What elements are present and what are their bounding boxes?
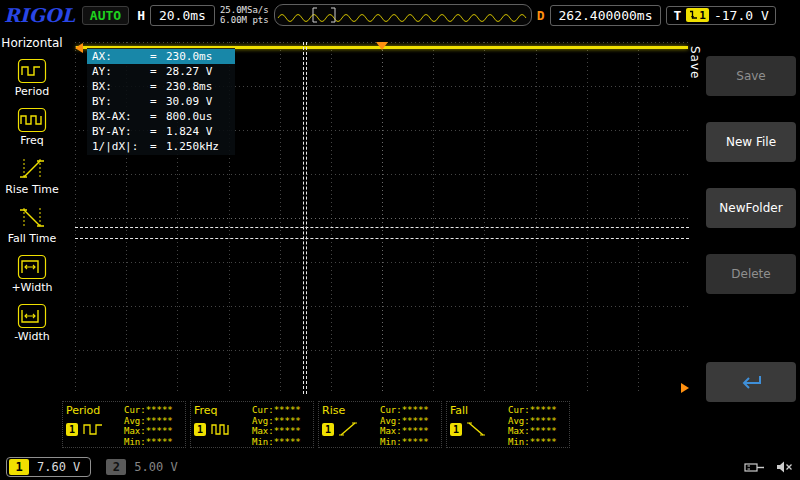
sidebar-item-label: Rise Time <box>5 183 59 196</box>
stat-cur: Cur:***** <box>252 405 301 416</box>
fall-time-icon <box>17 205 47 231</box>
equals-sign: = <box>150 80 166 93</box>
stat-min: Min:***** <box>124 437 173 448</box>
measurement-stats: Cur:***** Avg:***** Max:***** Min:***** <box>380 404 429 445</box>
period-icon <box>82 421 104 437</box>
sidebar-item-plus-width[interactable]: +Width <box>0 254 64 294</box>
trigger-source-number: 1 <box>699 9 706 22</box>
return-arrow-icon <box>738 373 764 391</box>
cursor-value: 1.250kHz <box>166 140 230 153</box>
measurement-name: Rise <box>322 404 380 417</box>
cursor-label: 1/|dX|: <box>92 140 150 153</box>
acquisition-info: 25.0MSa/s 6.00M pts <box>220 5 269 25</box>
equals-sign: = <box>150 50 166 63</box>
cursor-ax-line[interactable] <box>303 42 304 394</box>
cursor-label: AY: <box>92 65 150 78</box>
trigger-label: T <box>673 8 681 23</box>
measurement-panel-fall[interactable]: Fall 1 Cur:***** Avg:***** Max:***** Min… <box>446 401 570 448</box>
measurement-panel-period[interactable]: Period 1 Cur:***** Avg:***** Max:***** M… <box>62 401 186 448</box>
cursor-bx-line[interactable] <box>306 42 307 394</box>
cursor-row-ay: AY: = 28.27 V <box>87 64 235 79</box>
measurement-stats: Cur:***** Avg:***** Max:***** Min:***** <box>252 404 301 445</box>
sidebar-item-period[interactable]: Period <box>0 58 64 98</box>
stat-avg: Avg:***** <box>508 416 557 427</box>
period-icon <box>17 58 47 84</box>
preview-waveform-path <box>278 15 526 22</box>
cursor-label: BX: <box>92 80 150 93</box>
sidebar-item-minus-width[interactable]: -Width <box>0 303 64 343</box>
status-icons <box>744 460 794 474</box>
stat-min: Min:***** <box>508 437 557 448</box>
equals-sign: = <box>150 65 166 78</box>
sidebar-item-label: Freq <box>20 134 44 147</box>
cursor-row-by-ay: BY-AY: = 1.824 V <box>87 124 235 139</box>
trigger-level-value: -17.0 V <box>714 8 769 23</box>
channel-badge: 1 <box>450 423 462 436</box>
rise-icon <box>338 421 360 437</box>
cursor-label: BY-AY: <box>92 125 150 138</box>
waveform-preview[interactable] <box>274 4 532 26</box>
stat-max: Max:***** <box>124 426 173 437</box>
beeper-off-icon <box>776 460 794 474</box>
measurement-name: Fall <box>450 404 508 417</box>
cursor-value: 30.09 V <box>166 95 230 108</box>
delete-button[interactable]: Delete <box>706 254 796 294</box>
menu-title: Save <box>688 46 702 79</box>
cursor-ay-line[interactable] <box>75 238 689 239</box>
channel-badge: 1 <box>66 423 78 436</box>
cursor-label: AX: <box>92 50 150 63</box>
offscreen-marker-top-left <box>75 43 83 53</box>
cursor-by-line[interactable] <box>75 227 689 228</box>
new-file-button[interactable]: New File <box>706 122 796 162</box>
channel-2-status[interactable]: 2 5.00 V <box>103 457 188 477</box>
measurement-stats: Cur:***** Avg:***** Max:***** Min:***** <box>124 404 173 445</box>
stat-avg: Avg:***** <box>380 416 429 427</box>
stat-avg: Avg:***** <box>124 416 173 427</box>
sidebar-item-fall-time[interactable]: Fall Time <box>0 205 64 245</box>
trigger-source-badge: 1 <box>686 8 709 22</box>
channel-badge: 1 <box>322 423 334 436</box>
cursor-row-bx-ax: BX-AX: = 800.0us <box>87 109 235 124</box>
equals-sign: = <box>150 125 166 138</box>
trigger-info-box[interactable]: T 1 -17.0 V <box>666 6 775 25</box>
measurement-name: Freq <box>194 404 252 417</box>
stat-max: Max:***** <box>508 426 557 437</box>
memory-depth: 6.00M pts <box>220 15 269 25</box>
plus-width-icon <box>17 254 47 280</box>
horizontal-offset-readout[interactable]: 262.400000ms <box>550 5 662 26</box>
timebase-readout[interactable]: 20.0ms <box>150 5 215 26</box>
sidebar-title: Horizontal <box>0 36 64 50</box>
sidebar-item-rise-time[interactable]: Rise Time <box>0 156 64 196</box>
cursor-row-inv-dx: 1/|dX|: = 1.250kHz <box>87 139 235 154</box>
sidebar-item-freq[interactable]: Freq <box>0 107 64 147</box>
fall-icon <box>466 421 488 437</box>
stat-max: Max:***** <box>252 426 301 437</box>
channel-2-badge: 2 <box>106 459 126 475</box>
cursor-label: BX-AX: <box>92 110 150 123</box>
trigger-edge-icon <box>689 10 698 21</box>
stat-cur: Cur:***** <box>124 405 173 416</box>
equals-sign: = <box>150 140 166 153</box>
save-menu-panel: Save Save New File NewFolder Delete <box>686 30 800 454</box>
measurement-panel-freq[interactable]: Freq 1 Cur:***** Avg:***** Max:***** Min… <box>190 401 314 448</box>
brand-logo: RIGOL <box>4 4 75 26</box>
sidebar-item-label: +Width <box>11 281 52 294</box>
stat-min: Min:***** <box>380 437 429 448</box>
cursor-readout-panel: AX: = 230.0ms AY: = 28.27 V BX: = 230.8m… <box>87 48 235 155</box>
channel-1-status[interactable]: 1 7.60 V <box>6 457 91 477</box>
cursor-value: 28.27 V <box>166 65 230 78</box>
display-grid: AX: = 230.0ms AY: = 28.27 V BX: = 230.8m… <box>75 42 689 394</box>
back-button[interactable] <box>706 362 796 402</box>
sample-rate: 25.0MSa/s <box>220 5 269 15</box>
channel-2-scale: 5.00 V <box>134 460 177 474</box>
trigger-position-marker[interactable] <box>376 42 388 50</box>
save-button[interactable]: Save <box>706 56 796 96</box>
measurement-stats: Cur:***** Avg:***** Max:***** Min:***** <box>508 404 557 445</box>
measurement-panel-rise[interactable]: Rise 1 Cur:***** Avg:***** Max:***** Min… <box>318 401 442 448</box>
run-status-badge: AUTO <box>82 6 129 25</box>
new-folder-button[interactable]: NewFolder <box>706 188 796 228</box>
cursor-value: 230.0ms <box>166 50 230 63</box>
cursor-value: 1.824 V <box>166 125 230 138</box>
sidebar-item-label: Fall Time <box>8 232 57 245</box>
stat-cur: Cur:***** <box>380 405 429 416</box>
